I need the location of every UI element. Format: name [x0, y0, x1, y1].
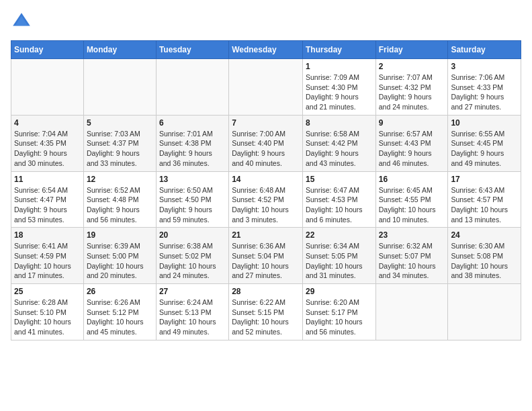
weekday-header-monday: Monday — [83, 41, 156, 59]
day-cell: 20Sunrise: 6:38 AM Sunset: 5:02 PM Dayli… — [156, 228, 228, 284]
week-row-2: 4Sunrise: 7:04 AM Sunset: 4:35 PM Daylig… — [11, 115, 521, 171]
day-number: 12 — [87, 175, 153, 184]
day-info: Sunrise: 6:45 AM Sunset: 4:55 PM Dayligh… — [379, 185, 445, 225]
day-info: Sunrise: 7:01 AM Sunset: 4:38 PM Dayligh… — [159, 129, 226, 169]
day-cell: 7Sunrise: 7:00 AM Sunset: 4:40 PM Daylig… — [229, 115, 303, 171]
day-number: 10 — [451, 118, 518, 128]
logo-icon — [11, 11, 32, 32]
day-info: Sunrise: 6:55 AM Sunset: 4:45 PM Dayligh… — [451, 129, 518, 169]
day-info: Sunrise: 7:07 AM Sunset: 4:32 PM Dayligh… — [379, 73, 445, 112]
day-info: Sunrise: 6:38 AM Sunset: 5:02 PM Dayligh… — [159, 241, 226, 281]
day-number: 1 — [306, 62, 373, 71]
day-number: 17 — [451, 175, 518, 184]
weekday-header-tuesday: Tuesday — [156, 41, 228, 59]
day-info: Sunrise: 6:30 AM Sunset: 5:08 PM Dayligh… — [451, 241, 518, 281]
day-cell: 12Sunrise: 6:52 AM Sunset: 4:48 PM Dayli… — [83, 171, 156, 228]
day-cell: 1Sunrise: 7:09 AM Sunset: 4:30 PM Daylig… — [302, 59, 375, 116]
day-number: 21 — [232, 230, 300, 240]
week-row-1: 1Sunrise: 7:09 AM Sunset: 4:30 PM Daylig… — [11, 59, 521, 116]
day-info: Sunrise: 6:52 AM Sunset: 4:48 PM Dayligh… — [87, 185, 153, 225]
day-number: 20 — [159, 230, 226, 240]
day-info: Sunrise: 7:09 AM Sunset: 4:30 PM Dayligh… — [306, 73, 373, 112]
weekday-header-wednesday: Wednesday — [229, 41, 303, 59]
day-info: Sunrise: 6:24 AM Sunset: 5:13 PM Dayligh… — [159, 298, 226, 337]
day-info: Sunrise: 7:03 AM Sunset: 4:37 PM Dayligh… — [87, 129, 153, 169]
day-info: Sunrise: 7:00 AM Sunset: 4:40 PM Dayligh… — [232, 129, 300, 169]
day-cell — [156, 59, 228, 116]
day-number: 25 — [14, 287, 81, 296]
day-info: Sunrise: 6:57 AM Sunset: 4:43 PM Dayligh… — [379, 129, 445, 169]
day-info: Sunrise: 6:47 AM Sunset: 4:53 PM Dayligh… — [306, 185, 373, 225]
page-header — [11, 11, 521, 32]
day-number: 2 — [379, 62, 445, 71]
day-info: Sunrise: 6:48 AM Sunset: 4:52 PM Dayligh… — [232, 185, 300, 225]
day-number: 19 — [87, 230, 153, 240]
day-number: 22 — [306, 230, 373, 240]
day-cell: 29Sunrise: 6:20 AM Sunset: 5:17 PM Dayli… — [302, 284, 375, 340]
day-info: Sunrise: 6:20 AM Sunset: 5:17 PM Dayligh… — [306, 298, 373, 337]
day-number: 4 — [14, 118, 81, 128]
day-cell: 26Sunrise: 6:26 AM Sunset: 5:12 PM Dayli… — [83, 284, 156, 340]
day-number: 11 — [14, 175, 81, 184]
weekday-header-thursday: Thursday — [302, 41, 375, 59]
weekday-header-friday: Friday — [375, 41, 448, 59]
day-info: Sunrise: 6:43 AM Sunset: 4:57 PM Dayligh… — [451, 185, 518, 225]
day-cell — [375, 284, 448, 340]
calendar-body: 1Sunrise: 7:09 AM Sunset: 4:30 PM Daylig… — [11, 59, 521, 340]
day-cell: 14Sunrise: 6:48 AM Sunset: 4:52 PM Dayli… — [229, 171, 303, 228]
day-cell: 22Sunrise: 6:34 AM Sunset: 5:05 PM Dayli… — [302, 228, 375, 284]
day-cell: 11Sunrise: 6:54 AM Sunset: 4:47 PM Dayli… — [11, 171, 84, 228]
day-info: Sunrise: 6:50 AM Sunset: 4:50 PM Dayligh… — [159, 185, 226, 225]
day-cell: 18Sunrise: 6:41 AM Sunset: 4:59 PM Dayli… — [11, 228, 84, 284]
day-cell — [448, 284, 521, 340]
day-cell: 17Sunrise: 6:43 AM Sunset: 4:57 PM Dayli… — [448, 171, 521, 228]
calendar-table: SundayMondayTuesdayWednesdayThursdayFrid… — [11, 40, 521, 340]
day-number: 24 — [451, 230, 518, 240]
day-cell: 28Sunrise: 6:22 AM Sunset: 5:15 PM Dayli… — [229, 284, 303, 340]
day-number: 15 — [306, 175, 373, 184]
day-cell: 10Sunrise: 6:55 AM Sunset: 4:45 PM Dayli… — [448, 115, 521, 171]
day-info: Sunrise: 6:39 AM Sunset: 5:00 PM Dayligh… — [87, 241, 153, 281]
day-number: 28 — [232, 287, 300, 296]
day-number: 9 — [379, 118, 445, 128]
day-cell: 19Sunrise: 6:39 AM Sunset: 5:00 PM Dayli… — [83, 228, 156, 284]
day-info: Sunrise: 7:06 AM Sunset: 4:33 PM Dayligh… — [451, 73, 518, 112]
day-cell — [229, 59, 303, 116]
day-number: 13 — [159, 175, 226, 184]
day-info: Sunrise: 6:26 AM Sunset: 5:12 PM Dayligh… — [87, 298, 153, 337]
day-number: 16 — [379, 175, 445, 184]
day-number: 18 — [14, 230, 81, 240]
day-cell: 23Sunrise: 6:32 AM Sunset: 5:07 PM Dayli… — [375, 228, 448, 284]
day-cell: 13Sunrise: 6:50 AM Sunset: 4:50 PM Dayli… — [156, 171, 228, 228]
day-number: 26 — [87, 287, 153, 296]
day-number: 23 — [379, 230, 445, 240]
day-number: 29 — [306, 287, 373, 296]
day-cell: 24Sunrise: 6:30 AM Sunset: 5:08 PM Dayli… — [448, 228, 521, 284]
day-info: Sunrise: 7:04 AM Sunset: 4:35 PM Dayligh… — [14, 129, 81, 169]
day-cell: 8Sunrise: 6:58 AM Sunset: 4:42 PM Daylig… — [302, 115, 375, 171]
weekday-header-sunday: Sunday — [11, 41, 84, 59]
day-info: Sunrise: 6:58 AM Sunset: 4:42 PM Dayligh… — [306, 129, 373, 169]
day-cell: 25Sunrise: 6:28 AM Sunset: 5:10 PM Dayli… — [11, 284, 84, 340]
day-number: 8 — [306, 118, 373, 128]
day-cell — [11, 59, 84, 116]
day-info: Sunrise: 6:34 AM Sunset: 5:05 PM Dayligh… — [306, 241, 373, 281]
day-number: 5 — [87, 118, 153, 128]
day-number: 27 — [159, 287, 226, 296]
weekday-header-saturday: Saturday — [448, 41, 521, 59]
day-cell: 2Sunrise: 7:07 AM Sunset: 4:32 PM Daylig… — [375, 59, 448, 116]
day-info: Sunrise: 6:32 AM Sunset: 5:07 PM Dayligh… — [379, 241, 445, 281]
calendar-header: SundayMondayTuesdayWednesdayThursdayFrid… — [11, 41, 521, 59]
week-row-3: 11Sunrise: 6:54 AM Sunset: 4:47 PM Dayli… — [11, 171, 521, 228]
day-cell: 3Sunrise: 7:06 AM Sunset: 4:33 PM Daylig… — [448, 59, 521, 116]
day-cell: 6Sunrise: 7:01 AM Sunset: 4:38 PM Daylig… — [156, 115, 228, 171]
day-number: 7 — [232, 118, 300, 128]
day-cell — [83, 59, 156, 116]
day-number: 3 — [451, 62, 518, 71]
day-cell: 9Sunrise: 6:57 AM Sunset: 4:43 PM Daylig… — [375, 115, 448, 171]
day-info: Sunrise: 6:36 AM Sunset: 5:04 PM Dayligh… — [232, 241, 300, 281]
day-cell: 5Sunrise: 7:03 AM Sunset: 4:37 PM Daylig… — [83, 115, 156, 171]
day-info: Sunrise: 6:41 AM Sunset: 4:59 PM Dayligh… — [14, 241, 81, 281]
day-info: Sunrise: 6:54 AM Sunset: 4:47 PM Dayligh… — [14, 185, 81, 225]
week-row-5: 25Sunrise: 6:28 AM Sunset: 5:10 PM Dayli… — [11, 284, 521, 340]
